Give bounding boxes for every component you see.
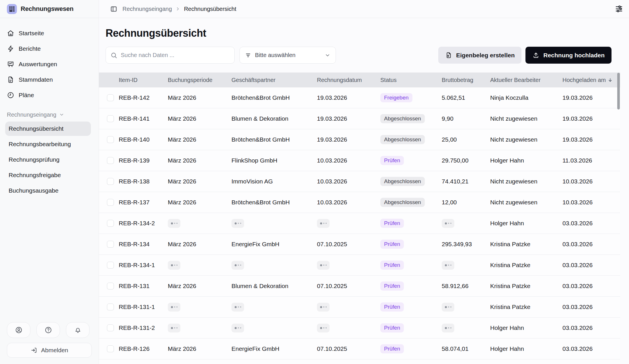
cell-status: Prüfen — [376, 240, 438, 249]
row-checkbox[interactable] — [107, 241, 114, 248]
row-checkbox[interactable] — [107, 115, 114, 122]
cell-status: Prüfen — [376, 302, 438, 312]
sidebar-item-buchungsausgabe[interactable]: Buchungsausgabe — [5, 183, 91, 198]
cell-bruttobetrag — [438, 303, 486, 312]
sidebar-section-rechnungseingang[interactable]: Rechnungseingang — [0, 110, 99, 119]
row-checkbox[interactable] — [107, 283, 114, 289]
cell-aktueller-bearbeiter: Holger Hahn — [486, 157, 558, 164]
cell-bruttobetrag — [438, 219, 486, 228]
sidebar-item-label: Pläne — [19, 92, 34, 99]
column-header-rechnungsdatum[interactable]: Rechnungsdatum — [313, 77, 376, 83]
sidebar-toggle-button[interactable] — [110, 5, 117, 13]
sidebar-item-rechnungspruefung[interactable]: Rechnungsprüfung — [5, 152, 91, 167]
upload-invoice-button[interactable]: Rechnung hochladen — [525, 47, 612, 64]
cell-aktueller-bearbeiter: Holger Hahn — [486, 345, 558, 352]
table-scrollbar[interactable] — [617, 73, 620, 109]
cell-hochgeladen-am: 03.03.2026 — [558, 324, 620, 331]
cell-status: Prüfen — [376, 323, 438, 333]
breadcrumb-parent[interactable]: Rechnungseingang — [122, 6, 172, 12]
cell-buchungsperiode — [164, 219, 227, 228]
logout-icon — [30, 347, 37, 354]
cell-hochgeladen-am: 10.03.2026 — [558, 178, 620, 185]
cell-item-id: REB-R-134 — [115, 241, 164, 248]
help-button[interactable] — [36, 322, 60, 338]
home-icon — [7, 30, 14, 37]
cell-status: Abgeschlossen — [376, 114, 438, 124]
sidebar-item-rechnungsbearbeitung[interactable]: Rechnungsbearbeitung — [5, 137, 91, 151]
status-badge: Prüfen — [380, 240, 404, 249]
table-row[interactable]: REB-R-134-1PrüfenKristina Patzke03.03.20… — [99, 255, 620, 276]
status-badge: Abgeschlossen — [380, 177, 425, 186]
table-row[interactable]: REB-R-134-2PrüfenHolger Hahn03.03.2026 — [99, 213, 620, 234]
table-row[interactable]: REB-R-131März 2026Blumen & Dekoration07.… — [99, 276, 620, 297]
sidebar-item-rechnungsuebersicht[interactable]: Rechnungsübersicht — [5, 122, 91, 136]
column-header-hochgeladen-am[interactable]: Hochgeladen am — [558, 77, 620, 83]
cell-item-id: REB-R-126 — [115, 345, 164, 352]
filter-select-value: Bitte auswählen — [255, 52, 295, 58]
row-checkbox[interactable] — [107, 136, 114, 143]
status-badge: Prüfen — [380, 302, 404, 312]
table-row[interactable]: REB-R-142März 2026Brötchen&Brot GmbH19.0… — [99, 87, 620, 108]
sidebar-item-stammdaten[interactable]: Stammdaten — [0, 72, 99, 87]
table-row-partial — [99, 359, 620, 364]
cell-bruttobetrag: 9,90 — [438, 115, 486, 122]
row-checkbox[interactable] — [107, 220, 114, 227]
search-icon — [110, 52, 117, 59]
search-input[interactable] — [121, 52, 230, 58]
cell-hochgeladen-am: 03.03.2026 — [558, 283, 620, 289]
table-row[interactable]: REB-R-131-2PrüfenHolger Hahn03.03.2026 — [99, 318, 620, 338]
column-header-status[interactable]: Status — [376, 77, 438, 83]
sidebar-item-berichte[interactable]: Berichte — [0, 41, 99, 56]
table-row[interactable]: REB-R-139März 2026FlinkShop GmbH10.03.20… — [99, 150, 620, 171]
clock-icon — [7, 91, 14, 99]
column-header-aktueller-bearbeiter[interactable]: Aktueller Bearbeiter — [486, 77, 558, 83]
page-header: Rechnungsübersicht Bitte auswählen — [99, 18, 629, 64]
table-row[interactable]: REB-R-131-1PrüfenKristina Patzke03.03.20… — [99, 297, 620, 318]
row-checkbox[interactable] — [107, 94, 114, 101]
masked-cell — [317, 261, 330, 270]
row-checkbox[interactable] — [107, 157, 114, 164]
cell-bruttobetrag — [438, 261, 486, 270]
table-row[interactable]: REB-R-140März 2026Brötchen&Brot GmbH19.0… — [99, 129, 620, 150]
row-checkbox[interactable] — [107, 345, 114, 352]
table-row[interactable]: REB-R-138März 2026ImmoVision AG10.03.202… — [99, 171, 620, 192]
profile-button[interactable] — [7, 322, 30, 338]
column-header-geschaeftspartner[interactable]: Geschäftspartner — [227, 77, 313, 83]
column-header-item-id[interactable]: Item-ID — [115, 77, 164, 83]
create-receipt-button[interactable]: Eigenbeleg erstellen — [438, 47, 521, 64]
view-settings-button[interactable] — [615, 5, 623, 13]
table-row[interactable]: REB-R-137März 2026Brötchen&Brot GmbH10.0… — [99, 192, 620, 213]
cell-aktueller-bearbeiter: Nicht zugewiesen — [486, 115, 558, 122]
cell-buchungsperiode — [164, 261, 227, 270]
notifications-button[interactable] — [66, 322, 89, 338]
row-checkbox[interactable] — [107, 304, 114, 310]
sidebar-item-startseite[interactable]: Startseite — [0, 26, 99, 41]
cell-item-id: REB-R-131-2 — [115, 324, 164, 331]
table-row[interactable]: REB-R-126März 2026EnergieFix GmbH07.10.2… — [99, 338, 620, 359]
table-row[interactable]: REB-R-141März 2026Blumen & Dekoration19.… — [99, 108, 620, 129]
masked-cell — [317, 219, 330, 228]
cell-aktueller-bearbeiter: Nicht zugewiesen — [486, 178, 558, 185]
status-badge: Prüfen — [380, 219, 404, 228]
table-row[interactable]: REB-R-134März 2026EnergieFix GmbH07.10.2… — [99, 234, 620, 255]
row-checkbox[interactable] — [107, 178, 114, 185]
logout-button[interactable]: Abmelden — [7, 343, 92, 358]
row-checkbox[interactable] — [107, 262, 114, 269]
sidebar-item-label: Rechnungsprüfung — [9, 156, 59, 163]
status-badge: Prüfen — [380, 344, 404, 354]
sidebar-item-auswertungen[interactable]: Auswertungen — [0, 56, 99, 72]
cell-buchungsperiode: März 2026 — [164, 241, 227, 248]
cell-status: Prüfen — [376, 281, 438, 291]
row-checkbox[interactable] — [107, 324, 114, 331]
table-header-row: Item-ID Buchungsperiode Geschäftspartner… — [99, 73, 620, 87]
filter-select[interactable]: Bitte auswählen — [239, 47, 336, 64]
cell-item-id: REB-R-140 — [115, 136, 164, 143]
column-header-buchungsperiode[interactable]: Buchungsperiode — [164, 77, 227, 83]
cell-hochgeladen-am: 03.03.2026 — [558, 304, 620, 310]
column-header-bruttobetrag[interactable]: Bruttobetrag — [438, 77, 486, 83]
row-checkbox[interactable] — [107, 199, 114, 206]
sidebar-item-plaene[interactable]: Pläne — [0, 87, 99, 103]
sidebar-item-rechnungsfreigabe[interactable]: Rechnungsfreigabe — [5, 168, 91, 182]
masked-cell — [442, 303, 454, 312]
cell-rechnungsdatum: 07.10.2025 — [313, 241, 376, 248]
